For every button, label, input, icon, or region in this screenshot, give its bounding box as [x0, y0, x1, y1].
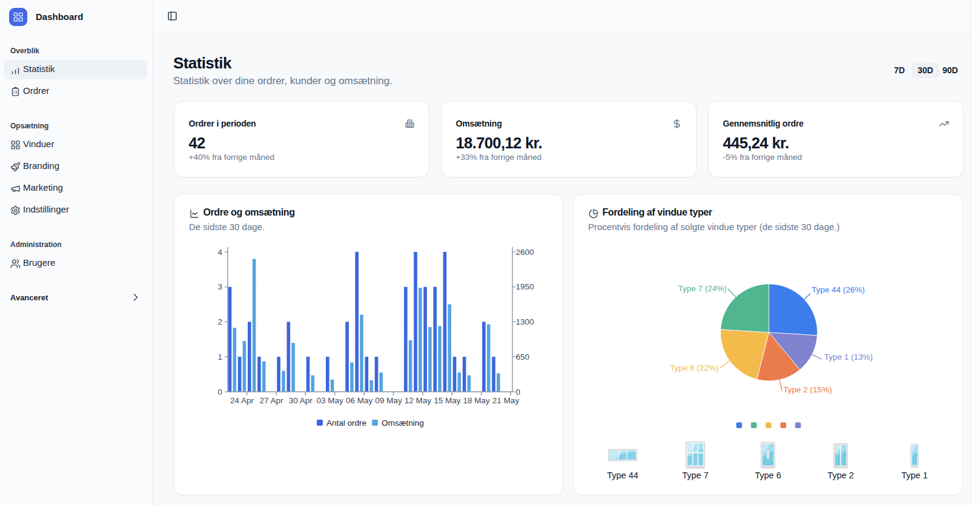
svg-text:Type 1: Type 1 — [901, 470, 928, 480]
svg-text:06 May: 06 May — [346, 396, 373, 405]
svg-text:Antal ordre: Antal ordre — [326, 418, 366, 427]
svg-text:Type 7: Type 7 — [682, 470, 709, 480]
svg-text:650: 650 — [516, 352, 530, 361]
svg-text:15 May: 15 May — [434, 396, 461, 405]
svg-text:0: 0 — [516, 388, 521, 397]
svg-text:03 May: 03 May — [317, 396, 344, 405]
svg-text:Omsætning: Omsætning — [382, 418, 424, 427]
svg-text:Type 2 (15%): Type 2 (15%) — [783, 385, 832, 394]
svg-text:0: 0 — [217, 388, 222, 397]
svg-text:24 Apr: 24 Apr — [230, 396, 254, 405]
svg-text:27 Apr: 27 Apr — [259, 396, 283, 405]
svg-text:1300: 1300 — [516, 317, 534, 326]
svg-text:Type 44: Type 44 — [607, 470, 638, 480]
svg-text:Type 6: Type 6 — [755, 470, 781, 480]
svg-text:Type 2: Type 2 — [827, 470, 854, 480]
svg-text:2: 2 — [217, 317, 222, 326]
svg-text:1950: 1950 — [516, 282, 534, 291]
svg-text:2600: 2600 — [516, 248, 534, 257]
svg-text:21 May: 21 May — [492, 396, 520, 405]
svg-text:Type 7 (24%): Type 7 (24%) — [678, 284, 726, 293]
svg-text:Type 6 (22%): Type 6 (22%) — [670, 363, 718, 372]
svg-text:18 May: 18 May — [463, 396, 490, 405]
svg-text:Type 44 (26%): Type 44 (26%) — [812, 285, 865, 294]
svg-text:Type 1 (13%): Type 1 (13%) — [824, 352, 873, 361]
svg-text:30 Apr: 30 Apr — [289, 396, 313, 405]
svg-text:4: 4 — [217, 248, 222, 257]
svg-text:1: 1 — [217, 352, 222, 361]
svg-text:09 May: 09 May — [375, 396, 402, 405]
svg-text:12 May: 12 May — [405, 396, 432, 405]
svg-text:3: 3 — [217, 282, 222, 291]
